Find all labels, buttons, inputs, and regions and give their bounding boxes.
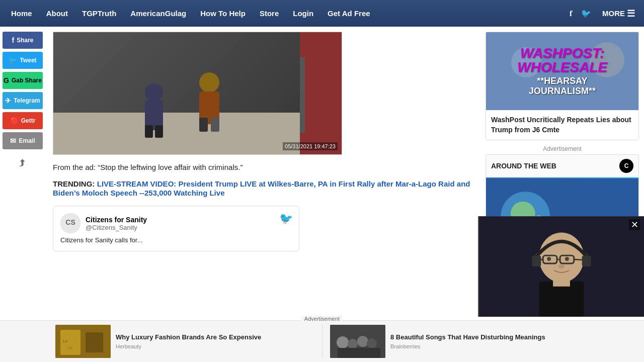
trending-label: TRENDING: [53,179,95,188]
facebook-share-icon: f [12,36,14,44]
svg-point-31 [565,257,569,261]
svg-rect-0 [53,113,300,155]
video-scene [53,32,342,155]
nav-social-icons: 𝐟 🐦 MORE ☰ [568,6,639,21]
gettr-label: Gettr [21,117,36,124]
gettr-share-icon: 🔴 [10,117,19,125]
video-timestamp: 05/31/2021 19:47:23 [283,142,338,150]
tweet-button[interactable]: 🐦 Tweet [3,52,43,69]
nav-tgptruth[interactable]: TGPTruth [76,6,122,21]
nav-home[interactable]: Home [5,6,38,21]
washpost-title: WASHPOST: WHOLESALE [517,46,607,74]
sidebar-article-image: WASHPOST: WHOLESALE **HEARSAY JOURNALISM… [486,32,638,110]
nav-items: Home About TGPTruth AmericanGulag How To… [5,6,568,21]
washpost-text-overlay: WASHPOST: WHOLESALE **HEARSAY JOURNALISM… [486,32,638,110]
tweet-label: Tweet [20,57,36,64]
around-web-title: AROUND THE WEB [491,162,556,170]
washpost-subtitle: **HEARSAY JOURNALISM** [529,76,596,97]
taboola-logo: C [619,159,633,173]
pip-person-display [479,216,644,262]
nav-americangulag[interactable]: AmericanGulag [124,6,192,21]
svg-rect-2 [300,57,305,133]
tweet-handle: @Citizens_Sanity [86,224,147,231]
email-share-icon: ✉ [10,137,16,145]
twitter-embed-icon: 🐦 [279,212,293,225]
around-web-header: AROUND THE WEB C [486,155,638,177]
tweet-embed[interactable]: CS Citizens for Sanity @Citizens_Sanity … [53,206,299,251]
tweet-body: Citizens for Sanity calls for... [60,236,292,244]
share-button[interactable]: f Share [3,32,43,49]
generic-share-button[interactable]: ⮭ [13,152,33,172]
tweet-user-info: Citizens for Sanity @Citizens_Sanity [86,216,147,231]
nav-login[interactable]: Login [287,6,319,21]
svg-point-3 [145,83,163,102]
share-label: Share [17,37,33,44]
more-label: MORE [602,9,625,18]
twitter-share-icon: 🐦 [9,56,17,64]
svg-point-30 [547,257,551,261]
tweet-name: Citizens for Sanity [86,216,147,224]
telegram-button[interactable]: ✈ Telegram [3,92,43,109]
gab-label: Gab Share [12,77,42,84]
navigation: Home About TGPTruth AmericanGulag How To… [0,0,644,27]
more-menu[interactable]: MORE ☰ [598,6,639,21]
telegram-share-icon: ✈ [5,97,11,105]
trending-section: TRENDING: LIVE-STREAM VIDEO: President T… [53,179,475,198]
facebook-nav-icon[interactable]: 𝐟 [568,7,574,20]
svg-rect-35 [582,255,591,262]
nav-howtohelp[interactable]: How To Help [194,6,252,21]
svg-rect-6 [155,125,163,138]
svg-rect-9 [199,118,208,132]
sidebar-article[interactable]: WASHPOST: WHOLESALE **HEARSAY JOURNALISM… [486,32,639,140]
article-video[interactable]: 05/31/2021 19:47:23 [53,32,342,155]
social-sidebar: f Share 🐦 Tweet G Gab Share ✈ Telegram 🔴… [0,27,45,262]
svg-rect-34 [532,255,541,262]
ad-quote: From the ad: “Stop the leftwing love aff… [53,163,475,171]
gab-share-icon: G [4,76,9,84]
svg-text:CS: CS [65,218,75,226]
telegram-label: Telegram [14,97,40,104]
svg-rect-5 [145,125,153,138]
tweet-avatar: CS [60,213,80,233]
nav-about[interactable]: About [40,6,74,21]
email-button[interactable]: ✉ Email [3,132,43,149]
pip-close-button[interactable]: ✕ [629,219,640,230]
main-content: 05/31/2021 19:47:23 From the ad: “Stop t… [45,27,483,262]
gab-button[interactable]: G Gab Share [3,72,43,89]
trending-link[interactable]: LIVE-STREAM VIDEO: President Trump LIVE … [53,179,470,197]
svg-rect-10 [211,118,219,132]
tweet-header: CS Citizens for Sanity @Citizens_Sanity [60,213,292,233]
hamburger-icon: ☰ [627,8,635,19]
gettr-button[interactable]: 🔴 Gettr [3,112,43,129]
svg-rect-1 [300,32,342,155]
email-label: Email [19,137,35,144]
nav-store[interactable]: Store [254,6,285,21]
share-arrow-icon: ⮭ [18,157,28,168]
twitter-nav-icon[interactable]: 🐦 [579,7,593,20]
pip-video: ✕ [478,216,644,262]
nav-getadfree[interactable]: Get Ad Free [321,6,376,21]
sidebar-ad-label: Advertisement [486,145,639,152]
pip-person-svg [479,216,644,262]
svg-point-7 [199,72,219,93]
sidebar-article-caption: WashPost Uncritically Repeats Lies about… [486,110,638,140]
video-overlay: 05/31/2021 19:47:23 [53,32,342,154]
